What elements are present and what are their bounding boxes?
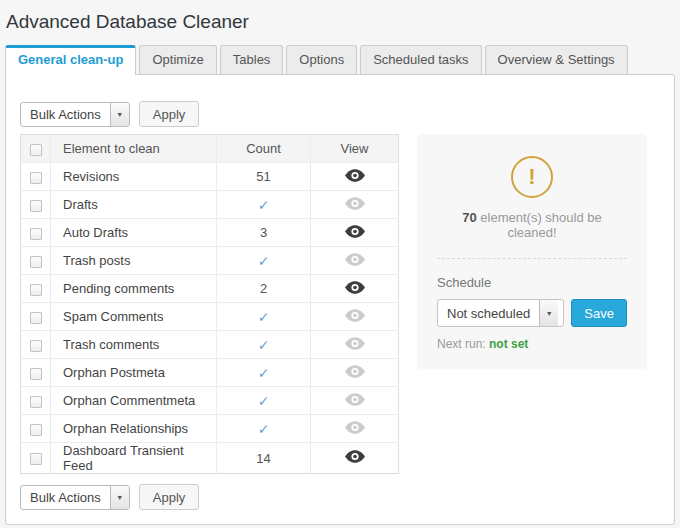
schedule-selected-value: Not scheduled	[438, 300, 539, 326]
column-header-element: Element to clean	[51, 135, 217, 163]
schedule-box: ! 70 element(s) should be cleaned! Sched…	[417, 134, 647, 369]
cleanup-count: 70	[462, 210, 476, 225]
row-checkbox[interactable]	[30, 424, 42, 436]
cleanup-summary-message: 70 element(s) should be cleaned!	[437, 210, 627, 240]
element-count: ✓	[217, 331, 311, 359]
view-eye-icon[interactable]	[345, 365, 365, 378]
table-row: Pending comments 2	[21, 275, 399, 303]
bulk-actions-selected-value: Bulk Actions	[21, 103, 110, 126]
element-count: ✓	[217, 387, 311, 415]
row-checkbox[interactable]	[30, 256, 42, 268]
tab-bar: General clean-up Optimize Tables Options…	[0, 45, 680, 74]
element-count: 3	[217, 219, 311, 247]
element-count: ✓	[217, 191, 311, 219]
bulk-actions-bar-top: Bulk Actions ▼ Apply	[20, 101, 660, 127]
row-checkbox[interactable]	[30, 396, 42, 408]
view-eye-icon[interactable]	[345, 450, 365, 463]
table-row: Drafts ✓	[21, 191, 399, 219]
element-count: ✓	[217, 303, 311, 331]
view-eye-icon[interactable]	[345, 197, 365, 210]
element-count: 14	[217, 443, 311, 474]
table-row: Orphan Commentmeta ✓	[21, 387, 399, 415]
table-row: Revisions 51	[21, 163, 399, 191]
apply-button[interactable]: Apply	[139, 101, 200, 127]
cleanup-message-text: element(s) should be cleaned!	[477, 210, 602, 240]
table-row: Trash posts ✓	[21, 247, 399, 275]
next-run-value: not set	[489, 337, 528, 351]
row-checkbox[interactable]	[30, 228, 42, 240]
bulk-actions-select[interactable]: Bulk Actions ▼	[20, 102, 130, 127]
element-name: Auto Drafts	[51, 219, 217, 247]
view-eye-icon[interactable]	[345, 393, 365, 406]
bulk-actions-bar-bottom: Bulk Actions ▼ Apply	[20, 484, 660, 510]
element-count: 2	[217, 275, 311, 303]
view-eye-icon[interactable]	[345, 253, 365, 266]
bulk-actions-select[interactable]: Bulk Actions ▼	[20, 485, 130, 510]
apply-button[interactable]: Apply	[139, 484, 200, 510]
element-name: Orphan Commentmeta	[51, 387, 217, 415]
view-eye-icon[interactable]	[345, 169, 365, 182]
next-run-label: Next run:	[437, 337, 489, 351]
next-run-status: Next run: not set	[437, 337, 627, 351]
column-header-view: View	[311, 135, 399, 163]
warning-exclamation-icon: !	[511, 156, 553, 198]
select-all-checkbox[interactable]	[30, 144, 42, 156]
table-row: Orphan Relationships ✓	[21, 415, 399, 443]
tab-options[interactable]: Options	[286, 45, 357, 74]
table-row: Trash comments ✓	[21, 331, 399, 359]
tab-optimize[interactable]: Optimize	[139, 45, 216, 74]
row-checkbox[interactable]	[30, 200, 42, 212]
chevron-down-icon: ▼	[110, 486, 129, 509]
chevron-down-icon: ▼	[110, 103, 129, 126]
element-name: Trash posts	[51, 247, 217, 275]
tab-panel: Bulk Actions ▼ Apply Element to clean Co…	[5, 74, 675, 525]
element-count: ✓	[217, 247, 311, 275]
view-eye-icon[interactable]	[345, 309, 365, 322]
row-checkbox[interactable]	[30, 284, 42, 296]
view-eye-icon[interactable]	[345, 421, 365, 434]
table-row: Spam Comments ✓	[21, 303, 399, 331]
element-name: Orphan Postmeta	[51, 359, 217, 387]
view-eye-icon[interactable]	[345, 281, 365, 294]
element-count: ✓	[217, 359, 311, 387]
element-name: Pending comments	[51, 275, 217, 303]
view-eye-icon[interactable]	[345, 225, 365, 238]
row-checkbox[interactable]	[30, 312, 42, 324]
advanced-database-cleaner-page: Advanced Database Cleaner General clean-…	[0, 0, 680, 528]
save-button[interactable]: Save	[571, 299, 627, 327]
table-row: Dashboard Transient Feed 14	[21, 443, 399, 474]
divider	[437, 258, 627, 259]
element-name: Dashboard Transient Feed	[51, 443, 217, 474]
row-checkbox[interactable]	[30, 453, 42, 465]
element-count: 51	[217, 163, 311, 191]
element-name: Drafts	[51, 191, 217, 219]
schedule-label: Schedule	[437, 275, 627, 290]
tab-general-clean-up[interactable]: General clean-up	[5, 45, 136, 75]
bulk-actions-selected-value: Bulk Actions	[21, 486, 110, 509]
row-checkbox[interactable]	[30, 172, 42, 184]
tab-tables[interactable]: Tables	[220, 45, 284, 74]
table-header-row: Element to clean Count View	[21, 135, 399, 163]
table-row: Orphan Postmeta ✓	[21, 359, 399, 387]
element-name: Revisions	[51, 163, 217, 191]
view-eye-icon[interactable]	[345, 337, 365, 350]
column-header-count: Count	[217, 135, 311, 163]
row-checkbox[interactable]	[30, 340, 42, 352]
row-checkbox[interactable]	[30, 368, 42, 380]
chevron-down-icon: ▼	[539, 300, 558, 326]
element-name: Spam Comments	[51, 303, 217, 331]
cleanup-table: Element to clean Count View Revisions 51	[20, 134, 399, 474]
tab-overview-settings[interactable]: Overview & Settings	[485, 45, 628, 74]
element-name: Orphan Relationships	[51, 415, 217, 443]
element-name: Trash comments	[51, 331, 217, 359]
page-title: Advanced Database Cleaner	[0, 0, 680, 45]
tab-scheduled-tasks[interactable]: Scheduled tasks	[360, 45, 481, 74]
element-count: ✓	[217, 415, 311, 443]
schedule-select[interactable]: Not scheduled ▼	[437, 299, 564, 327]
table-row: Auto Drafts 3	[21, 219, 399, 247]
